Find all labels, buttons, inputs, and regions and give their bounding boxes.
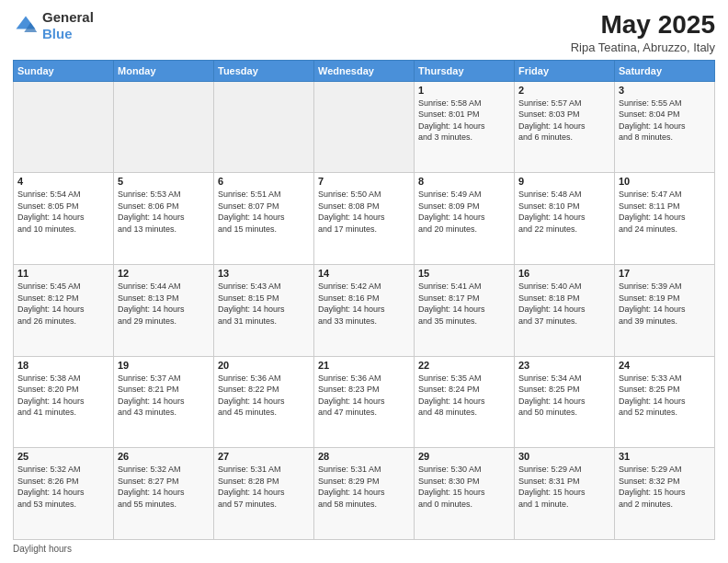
day-info: Sunrise: 5:50 AM Sunset: 8:08 PM Dayligh…: [318, 189, 410, 235]
day-number: 9: [518, 176, 610, 187]
logo: General Blue: [13, 9, 94, 42]
footer-note: Daylight hours: [13, 544, 715, 554]
calendar-cell: 11Sunrise: 5:45 AM Sunset: 8:12 PM Dayli…: [14, 264, 114, 356]
calendar-cell: 12Sunrise: 5:44 AM Sunset: 8:13 PM Dayli…: [114, 264, 214, 356]
day-number: 20: [218, 360, 310, 371]
location-subtitle: Ripa Teatina, Abruzzo, Italy: [571, 40, 715, 54]
calendar-cell: 26Sunrise: 5:32 AM Sunset: 8:27 PM Dayli…: [114, 448, 214, 540]
day-info: Sunrise: 5:49 AM Sunset: 8:09 PM Dayligh…: [418, 189, 510, 235]
calendar-cell: 31Sunrise: 5:29 AM Sunset: 8:32 PM Dayli…: [615, 448, 715, 540]
day-number: 31: [619, 451, 711, 462]
day-number: 28: [318, 451, 410, 462]
day-number: 19: [118, 360, 210, 371]
day-info: Sunrise: 5:36 AM Sunset: 8:22 PM Dayligh…: [218, 373, 310, 419]
day-number: 17: [619, 268, 711, 279]
day-number: 6: [218, 176, 310, 187]
day-number: 7: [318, 176, 410, 187]
day-info: Sunrise: 5:29 AM Sunset: 8:32 PM Dayligh…: [619, 464, 711, 510]
day-info: Sunrise: 5:34 AM Sunset: 8:25 PM Dayligh…: [518, 373, 610, 419]
calendar-cell: 16Sunrise: 5:40 AM Sunset: 8:18 PM Dayli…: [515, 264, 615, 356]
day-info: Sunrise: 5:53 AM Sunset: 8:06 PM Dayligh…: [118, 189, 210, 235]
day-number: 3: [619, 85, 711, 96]
day-info: Sunrise: 5:47 AM Sunset: 8:11 PM Dayligh…: [619, 189, 711, 235]
day-info: Sunrise: 5:31 AM Sunset: 8:29 PM Dayligh…: [318, 464, 410, 510]
calendar-cell: 4Sunrise: 5:54 AM Sunset: 8:05 PM Daylig…: [14, 173, 114, 265]
calendar-cell: 3Sunrise: 5:55 AM Sunset: 8:04 PM Daylig…: [615, 81, 715, 173]
day-info: Sunrise: 5:35 AM Sunset: 8:24 PM Dayligh…: [418, 373, 510, 419]
calendar-cell: 21Sunrise: 5:36 AM Sunset: 8:23 PM Dayli…: [314, 356, 415, 448]
day-info: Sunrise: 5:33 AM Sunset: 8:25 PM Dayligh…: [619, 373, 711, 419]
day-number: 16: [518, 268, 610, 279]
calendar-table: SundayMondayTuesdayWednesdayThursdayFrid…: [13, 60, 715, 540]
calendar-cell: [314, 81, 415, 173]
day-number: 21: [318, 360, 410, 371]
day-info: Sunrise: 5:57 AM Sunset: 8:03 PM Dayligh…: [518, 98, 610, 144]
day-number: 12: [118, 268, 210, 279]
calendar-cell: 8Sunrise: 5:49 AM Sunset: 8:09 PM Daylig…: [415, 173, 515, 265]
day-number: 11: [17, 268, 109, 279]
calendar-week-3: 11Sunrise: 5:45 AM Sunset: 8:12 PM Dayli…: [14, 264, 715, 356]
logo-general-text: General: [42, 9, 94, 26]
day-number: 8: [418, 176, 510, 187]
page: General Blue May 2025 Ripa Teatina, Abru…: [0, 0, 728, 563]
weekday-header-saturday: Saturday: [615, 60, 715, 81]
day-number: 27: [218, 451, 310, 462]
calendar-cell: [14, 81, 114, 173]
calendar-cell: 22Sunrise: 5:35 AM Sunset: 8:24 PM Dayli…: [415, 356, 515, 448]
day-number: 15: [418, 268, 510, 279]
calendar-cell: 5Sunrise: 5:53 AM Sunset: 8:06 PM Daylig…: [114, 173, 214, 265]
day-info: Sunrise: 5:51 AM Sunset: 8:07 PM Dayligh…: [218, 189, 310, 235]
weekday-header-monday: Monday: [114, 60, 214, 81]
weekday-header-friday: Friday: [515, 60, 615, 81]
calendar-cell: 10Sunrise: 5:47 AM Sunset: 8:11 PM Dayli…: [615, 173, 715, 265]
day-info: Sunrise: 5:40 AM Sunset: 8:18 PM Dayligh…: [518, 281, 610, 327]
calendar-cell: 29Sunrise: 5:30 AM Sunset: 8:30 PM Dayli…: [415, 448, 515, 540]
day-number: 30: [518, 451, 610, 462]
calendar-cell: 9Sunrise: 5:48 AM Sunset: 8:10 PM Daylig…: [515, 173, 615, 265]
calendar-cell: 7Sunrise: 5:50 AM Sunset: 8:08 PM Daylig…: [314, 173, 415, 265]
day-info: Sunrise: 5:48 AM Sunset: 8:10 PM Dayligh…: [518, 189, 610, 235]
logo-blue-text: Blue: [42, 26, 94, 42]
weekday-header-sunday: Sunday: [14, 60, 114, 81]
calendar-cell: 27Sunrise: 5:31 AM Sunset: 8:28 PM Dayli…: [214, 448, 314, 540]
calendar-week-5: 25Sunrise: 5:32 AM Sunset: 8:26 PM Dayli…: [14, 448, 715, 540]
day-number: 22: [418, 360, 510, 371]
header: General Blue May 2025 Ripa Teatina, Abru…: [13, 9, 715, 54]
day-number: 10: [619, 176, 711, 187]
month-title: May 2025: [571, 9, 715, 40]
calendar-cell: 20Sunrise: 5:36 AM Sunset: 8:22 PM Dayli…: [214, 356, 314, 448]
day-info: Sunrise: 5:54 AM Sunset: 8:05 PM Dayligh…: [17, 189, 109, 235]
day-info: Sunrise: 5:30 AM Sunset: 8:30 PM Dayligh…: [418, 464, 510, 510]
day-number: 25: [17, 451, 109, 462]
day-number: 14: [318, 268, 410, 279]
day-number: 2: [518, 85, 610, 96]
day-number: 1: [418, 85, 510, 96]
day-info: Sunrise: 5:55 AM Sunset: 8:04 PM Dayligh…: [619, 98, 711, 144]
weekday-header-row: SundayMondayTuesdayWednesdayThursdayFrid…: [14, 60, 715, 81]
day-number: 13: [218, 268, 310, 279]
day-info: Sunrise: 5:29 AM Sunset: 8:31 PM Dayligh…: [518, 464, 610, 510]
day-info: Sunrise: 5:41 AM Sunset: 8:17 PM Dayligh…: [418, 281, 510, 327]
calendar-cell: 6Sunrise: 5:51 AM Sunset: 8:07 PM Daylig…: [214, 173, 314, 265]
day-info: Sunrise: 5:32 AM Sunset: 8:27 PM Dayligh…: [118, 464, 210, 510]
calendar-cell: 13Sunrise: 5:43 AM Sunset: 8:15 PM Dayli…: [214, 264, 314, 356]
calendar-cell: 14Sunrise: 5:42 AM Sunset: 8:16 PM Dayli…: [314, 264, 415, 356]
logo-icon: [13, 13, 39, 39]
calendar-week-2: 4Sunrise: 5:54 AM Sunset: 8:05 PM Daylig…: [14, 173, 715, 265]
calendar-cell: 25Sunrise: 5:32 AM Sunset: 8:26 PM Dayli…: [14, 448, 114, 540]
day-number: 23: [518, 360, 610, 371]
weekday-header-thursday: Thursday: [415, 60, 515, 81]
day-info: Sunrise: 5:38 AM Sunset: 8:20 PM Dayligh…: [17, 373, 109, 419]
day-number: 29: [418, 451, 510, 462]
day-info: Sunrise: 5:32 AM Sunset: 8:26 PM Dayligh…: [17, 464, 109, 510]
day-number: 18: [17, 360, 109, 371]
day-info: Sunrise: 5:42 AM Sunset: 8:16 PM Dayligh…: [318, 281, 410, 327]
weekday-header-tuesday: Tuesday: [214, 60, 314, 81]
calendar-cell: 28Sunrise: 5:31 AM Sunset: 8:29 PM Dayli…: [314, 448, 415, 540]
day-number: 4: [17, 176, 109, 187]
day-info: Sunrise: 5:45 AM Sunset: 8:12 PM Dayligh…: [17, 281, 109, 327]
calendar-cell: 30Sunrise: 5:29 AM Sunset: 8:31 PM Dayli…: [515, 448, 615, 540]
calendar-week-1: 1Sunrise: 5:58 AM Sunset: 8:01 PM Daylig…: [14, 81, 715, 173]
calendar-week-4: 18Sunrise: 5:38 AM Sunset: 8:20 PM Dayli…: [14, 356, 715, 448]
title-block: May 2025 Ripa Teatina, Abruzzo, Italy: [571, 9, 715, 54]
